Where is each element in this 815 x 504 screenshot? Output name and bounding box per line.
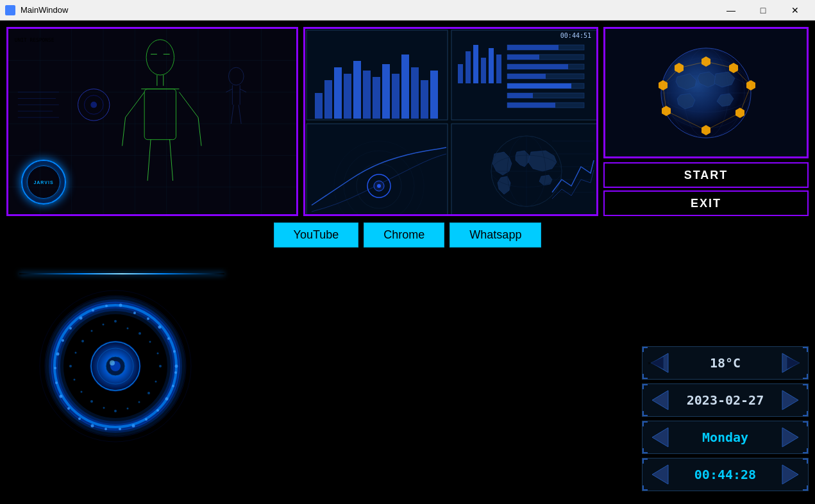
window-title: MainWindow xyxy=(21,5,716,15)
bracket-right-temp xyxy=(776,347,808,379)
svg-point-166 xyxy=(103,407,105,409)
time-value: 00:44:28 xyxy=(694,467,756,482)
svg-line-24 xyxy=(198,117,201,146)
svg-rect-62 xyxy=(496,55,501,83)
date-value: 2023-02-27 xyxy=(687,392,764,408)
svg-marker-187 xyxy=(652,465,668,484)
day-value: Monday xyxy=(702,430,748,445)
svg-rect-59 xyxy=(473,45,478,83)
svg-rect-49 xyxy=(373,77,380,119)
svg-rect-76 xyxy=(507,103,555,108)
svg-point-130 xyxy=(133,312,136,314)
svg-point-125 xyxy=(175,365,178,368)
svg-rect-77 xyxy=(307,124,448,215)
waveform-line xyxy=(19,273,224,274)
svg-point-169 xyxy=(139,401,140,403)
bracket-right-date xyxy=(776,384,808,416)
svg-point-142 xyxy=(78,417,81,420)
svg-point-131 xyxy=(119,304,122,307)
top-panels-row: UNIT RESPONSE xyxy=(0,21,815,216)
hex-globe-svg xyxy=(626,38,786,147)
exit-button[interactable]: EXIT xyxy=(603,190,809,216)
jarvis-circle: JARVIS xyxy=(21,160,66,205)
svg-point-168 xyxy=(127,408,129,410)
svg-point-149 xyxy=(165,398,169,401)
svg-rect-44 xyxy=(324,80,332,119)
svg-point-138 xyxy=(54,367,56,369)
svg-point-167 xyxy=(114,410,117,412)
svg-point-153 xyxy=(157,353,159,355)
svg-rect-64 xyxy=(507,45,559,50)
svg-point-137 xyxy=(56,353,60,356)
svg-point-163 xyxy=(74,379,76,381)
svg-rect-61 xyxy=(489,48,494,83)
svg-line-23 xyxy=(179,92,198,117)
svg-rect-74 xyxy=(507,93,533,98)
svg-line-30 xyxy=(226,89,232,92)
maximize-button[interactable]: □ xyxy=(748,0,778,21)
svg-marker-185 xyxy=(652,428,668,447)
svg-line-22 xyxy=(122,117,126,146)
bracket-left-day xyxy=(643,421,675,453)
svg-point-151 xyxy=(174,371,177,374)
svg-point-152 xyxy=(159,365,162,367)
time-panel: 00:44:28 xyxy=(642,458,809,491)
svg-line-25 xyxy=(147,140,151,181)
svg-rect-43 xyxy=(315,93,323,119)
info-panels-container: » 18°C xyxy=(642,346,809,491)
svg-point-144 xyxy=(105,428,107,430)
action-buttons: START EXIT xyxy=(603,158,809,216)
svg-point-171 xyxy=(155,381,157,383)
minimize-button[interactable]: — xyxy=(716,0,746,21)
whatsapp-button[interactable]: Whatsapp xyxy=(450,223,541,248)
svg-point-158 xyxy=(103,324,105,326)
torus-visualization xyxy=(32,283,199,449)
youtube-button[interactable]: YouTube xyxy=(274,223,359,248)
start-button[interactable]: START xyxy=(603,162,809,188)
svg-point-128 xyxy=(158,326,162,329)
jarvis-panel: UNIT RESPONSE xyxy=(6,27,298,216)
svg-point-136 xyxy=(62,339,64,342)
window-controls: — □ ✕ xyxy=(716,0,810,21)
date-panel: 2023-02-27 xyxy=(642,383,809,417)
bracket-right-day xyxy=(776,421,808,453)
svg-rect-50 xyxy=(382,64,390,119)
dashboard-svg xyxy=(305,29,598,216)
svg-point-177 xyxy=(110,360,115,365)
main-content: UNIT RESPONSE xyxy=(0,21,815,504)
svg-rect-53 xyxy=(411,67,419,119)
svg-marker-182 xyxy=(787,357,800,369)
svg-rect-55 xyxy=(430,71,438,119)
app-icon xyxy=(5,5,15,15)
svg-point-165 xyxy=(90,400,93,403)
svg-point-140 xyxy=(60,395,63,398)
close-button[interactable]: ✕ xyxy=(780,0,810,21)
svg-point-132 xyxy=(105,305,108,307)
svg-rect-54 xyxy=(421,80,428,119)
svg-rect-52 xyxy=(401,55,409,119)
svg-point-139 xyxy=(55,382,58,384)
svg-marker-186 xyxy=(782,428,798,447)
svg-point-155 xyxy=(139,332,141,335)
svg-point-126 xyxy=(173,350,176,353)
svg-point-146 xyxy=(132,424,135,428)
svg-rect-68 xyxy=(507,64,568,69)
svg-rect-46 xyxy=(344,74,351,119)
svg-marker-184 xyxy=(782,391,798,410)
svg-line-33 xyxy=(239,105,241,124)
svg-point-154 xyxy=(149,341,151,343)
bracket-left-temp: » xyxy=(643,347,675,379)
svg-point-161 xyxy=(75,352,77,354)
svg-rect-60 xyxy=(481,58,486,83)
chrome-button[interactable]: Chrome xyxy=(364,223,444,248)
svg-point-147 xyxy=(145,418,147,421)
svg-point-14 xyxy=(146,40,174,75)
svg-rect-48 xyxy=(363,71,371,119)
svg-marker-179 xyxy=(651,357,664,369)
svg-point-148 xyxy=(156,409,159,412)
bottom-left-panel xyxy=(6,251,301,498)
svg-point-150 xyxy=(172,385,174,387)
svg-rect-70 xyxy=(507,74,546,79)
svg-point-159 xyxy=(91,330,93,332)
svg-point-156 xyxy=(127,328,129,330)
